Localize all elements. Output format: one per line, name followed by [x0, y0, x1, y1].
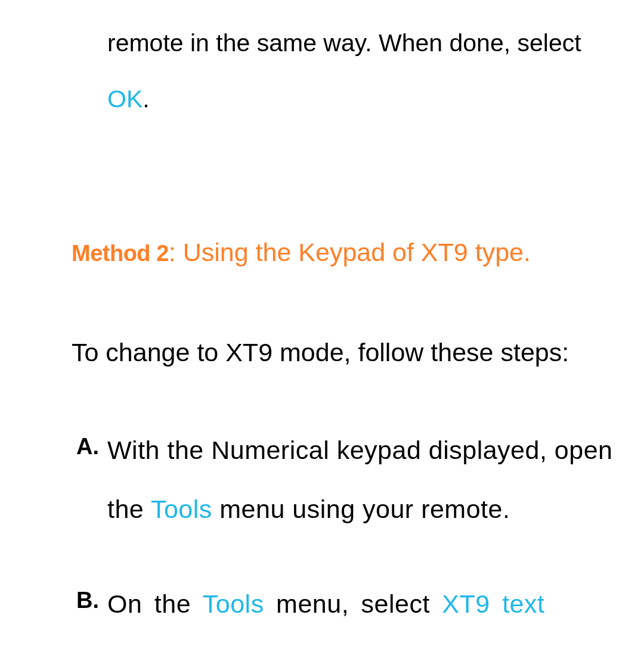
step-b-letter: B. [76, 575, 107, 634]
continuation-period: . [143, 85, 149, 113]
method-title: : Using the Keypad of XT9 type. [169, 238, 531, 266]
tools-label-a: Tools [151, 495, 212, 523]
step-a: A. With the Numerical keypad displayed, … [76, 421, 626, 539]
tools-label-b: Tools [203, 589, 264, 618]
step-a-letter: A. [76, 421, 107, 539]
ok-label: OK [107, 85, 143, 113]
continuation-text: remote in the same way. When done, selec… [107, 29, 581, 57]
step-a-content: With the Numerical keypad displayed, ope… [107, 421, 623, 539]
step-a-text-after: menu using your remote. [212, 495, 510, 523]
continuation-paragraph: remote in the same way. When done, selec… [72, 15, 626, 128]
step-b: B. On the Tools menu, select XT9 text [76, 575, 626, 634]
xt9-text-label: XT9 text [442, 589, 544, 618]
method-heading: Method 2: Using the Keypad of XT9 type. [72, 223, 626, 282]
step-b-text-mid: menu, select [264, 589, 442, 618]
step-b-content: On the Tools menu, select XT9 text [107, 575, 623, 634]
method-label: Method 2 [72, 241, 169, 266]
steps-list: A. With the Numerical keypad displayed, … [72, 421, 626, 634]
intro-text: To change to XT9 mode, follow these step… [72, 323, 626, 382]
step-b-text-before: On the [107, 589, 203, 618]
